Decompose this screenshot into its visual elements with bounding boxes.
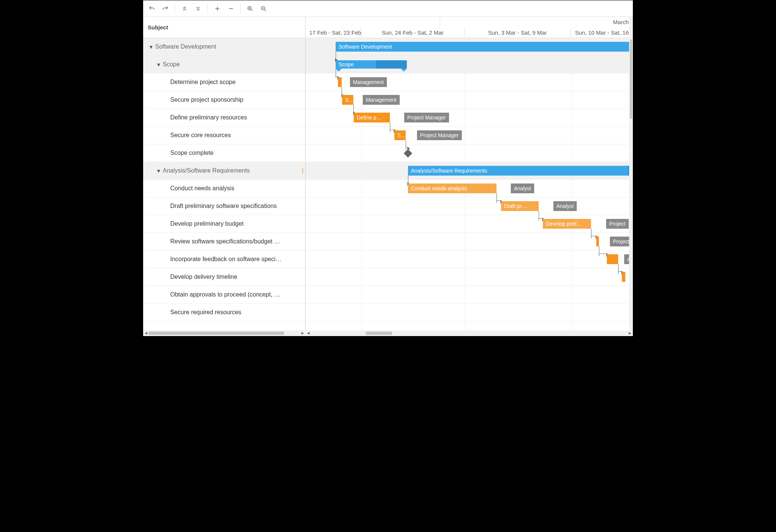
chart-row[interactable]: An (306, 251, 633, 268)
task-row[interactable]: Develop delivery timeline (143, 268, 305, 286)
task-label: Secure core resources (170, 132, 231, 139)
month-header-cell (306, 17, 440, 28)
chart-row[interactable]: Conduct needs analysisAnalyst (306, 180, 633, 197)
scroll-right-icon[interactable]: ▶ (301, 331, 304, 335)
task-row[interactable]: Obtain approvals to proceed (concept, … (143, 286, 305, 304)
expand-collapse-icon[interactable]: ▾ (156, 167, 161, 174)
redo-button[interactable] (159, 2, 172, 15)
task-bar[interactable]: S… (342, 95, 353, 105)
task-row[interactable]: Incorporate feedback on software speci… (143, 251, 305, 268)
task-row[interactable]: Secure project sponsorship (143, 91, 305, 109)
vertical-scrollbar[interactable] (629, 17, 633, 330)
task-label: Develop delivery timeline (170, 274, 237, 280)
task-bar[interactable] (607, 254, 618, 264)
separator (240, 3, 241, 14)
task-label: Analysis/Software Requirements (163, 167, 250, 174)
task-label: Secure project sponsorship (170, 96, 243, 103)
task-row[interactable]: ▾Analysis/Software Requirements (143, 162, 305, 180)
subject-column-header[interactable]: Subject (143, 17, 305, 38)
chart-row[interactable]: Management (306, 73, 633, 91)
chart-row[interactable] (306, 144, 633, 162)
collapse-all-button[interactable] (178, 2, 191, 15)
chart-row[interactable]: Develop preli…Project (306, 215, 633, 233)
week-header-cell[interactable]: Sun, 3 Mar - Sat, 9 Mar (464, 28, 571, 38)
summary-bar[interactable]: Software Development (336, 42, 633, 52)
task-row[interactable]: Review software specifications/budget … (143, 233, 305, 251)
task-row[interactable]: Secure required resources (143, 304, 305, 321)
task-label: Determine project scope (170, 79, 235, 86)
task-tree: ▾Software Development▾ScopeDetermine pro… (143, 38, 305, 330)
resource-tag: Management (363, 95, 400, 105)
chart-row[interactable]: Analysis/Software Requirements (306, 162, 633, 180)
task-row[interactable]: Develop preliminary budget (143, 215, 305, 233)
scrollbar-thumb[interactable] (148, 332, 284, 335)
task-row[interactable]: Scope complete (143, 144, 305, 162)
scrollbar-thumb[interactable] (366, 332, 392, 335)
scroll-right-icon[interactable]: ▶ (629, 331, 631, 335)
task-bar[interactable]: Draft pr… (501, 201, 539, 211)
chart-row[interactable]: S…Management (306, 91, 633, 109)
chart-row[interactable]: Scope (306, 56, 633, 73)
task-row[interactable]: Secure core resources (143, 127, 305, 144)
month-header-cell: March (440, 17, 633, 28)
timeline-pane[interactable]: March 17 Feb - Sat, 23 FebSun, 24 Feb - … (306, 17, 633, 330)
add-task-button[interactable] (211, 2, 224, 15)
gantt-chart[interactable]: Software DevelopmentScopeManagementS…Man… (306, 38, 633, 330)
task-label: Software Development (155, 43, 216, 50)
scrollbar-thumb[interactable] (630, 40, 632, 119)
chart-row[interactable] (306, 268, 633, 286)
task-row[interactable]: Determine project scope (143, 73, 305, 91)
gantt-frame: Subject ▾Software Development▾ScopeDeter… (143, 0, 633, 336)
task-row[interactable]: ▾Scope (143, 56, 305, 73)
chart-row[interactable] (306, 304, 633, 321)
undo-button[interactable] (145, 2, 158, 15)
summary-bar-label: Scope (336, 60, 407, 69)
task-label: Draft preliminary software specification… (170, 203, 277, 209)
task-bar[interactable]: Develop preli… (543, 219, 591, 229)
week-header-cell[interactable]: Sun, 24 Feb - Sat, 2 Mar (361, 28, 464, 38)
week-header-cell[interactable]: 17 Feb - Sat, 23 Feb (306, 28, 361, 38)
task-row[interactable]: Conduct needs analysis (143, 180, 305, 197)
remove-task-button[interactable] (225, 2, 237, 15)
chart-row[interactable]: S…Project Manager (306, 127, 633, 144)
chart-row[interactable] (306, 286, 633, 304)
scroll-left-icon[interactable]: ◀ (307, 331, 310, 335)
resource-tag: Analyst (511, 183, 534, 193)
task-row[interactable]: Draft preliminary software specification… (143, 197, 305, 215)
zoom-out-button[interactable] (257, 2, 270, 15)
separator (208, 3, 208, 14)
task-label: Obtain approvals to proceed (concept, … (170, 291, 280, 298)
expand-collapse-icon[interactable]: ▾ (156, 61, 161, 68)
chart-row[interactable]: Project (306, 233, 633, 251)
task-bar[interactable]: Conduct needs analysis (408, 183, 496, 193)
task-bar[interactable] (596, 237, 599, 246)
task-label: Review software specifications/budget … (170, 238, 280, 245)
task-tree-pane[interactable]: Subject ▾Software Development▾ScopeDeter… (143, 17, 306, 330)
milestone-marker[interactable] (404, 149, 412, 158)
summary-bar[interactable]: Analysis/Software Requirements (408, 166, 633, 176)
week-header-cell[interactable]: Sun, 10 Mar - Sat, 16 (571, 28, 633, 38)
chart-horizontal-scrollbar[interactable]: ◀ ▶ (306, 330, 633, 336)
splitter-handle-icon[interactable] (300, 167, 305, 174)
task-label: Develop preliminary budget (170, 220, 244, 227)
task-label: Conduct needs analysis (170, 185, 234, 192)
chart-row[interactable]: Draft pr…Analyst (306, 197, 633, 215)
resource-tag: Project Manager (417, 130, 462, 140)
task-row[interactable]: ▾Software Development (143, 38, 305, 56)
scroll-left-icon[interactable]: ◀ (145, 331, 147, 335)
resource-tag: Analyst (553, 201, 577, 211)
resource-tag: Management (350, 77, 387, 87)
task-bar[interactable]: Define p… (354, 113, 390, 122)
zoom-in-button[interactable] (244, 2, 257, 15)
task-bar[interactable] (622, 272, 625, 282)
chart-row[interactable]: Software Development (306, 38, 633, 56)
tree-horizontal-scrollbar[interactable]: ◀ ▶ (143, 330, 306, 336)
task-label: Scope (163, 61, 180, 68)
task-bar[interactable] (338, 77, 342, 87)
content-area: Subject ▾Software Development▾ScopeDeter… (143, 17, 633, 330)
resource-tag: Project Manager (404, 113, 449, 122)
expand-collapse-icon[interactable]: ▾ (148, 43, 154, 50)
task-bar[interactable]: S… (394, 130, 406, 140)
expand-all-button[interactable] (192, 2, 205, 15)
task-row[interactable]: Define preliminary resources (143, 109, 305, 127)
